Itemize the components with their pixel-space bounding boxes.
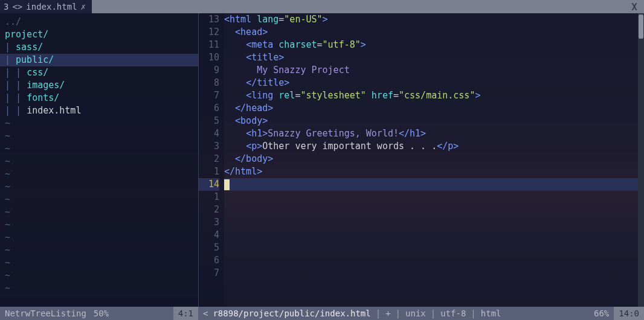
line-number: 3: [199, 216, 219, 229]
status-right: <r8898/project/public/index.html | + | u…: [198, 307, 644, 320]
main-split: ../project/| sass/| public/| | css/| | i…: [0, 13, 644, 307]
status-arrow-icon: <: [203, 309, 208, 318]
code-line[interactable]: </head>: [224, 102, 644, 115]
code-line[interactable]: <body>: [224, 115, 644, 127]
tab-active[interactable]: 3 <> index.html ✗: [0, 0, 92, 13]
line-number: 9: [199, 64, 219, 77]
tilde-line: ~: [5, 219, 198, 231]
status-sep: |: [431, 309, 436, 318]
tree-dir[interactable]: | | css/: [5, 66, 198, 79]
code-line[interactable]: <p>Other very important words . . .</p>: [224, 140, 644, 153]
file-tree[interactable]: ../project/| sass/| public/| | css/| | i…: [0, 13, 198, 307]
editor[interactable]: 13121110987654321141234567 <html lang="e…: [199, 13, 644, 307]
editor-pane[interactable]: 13121110987654321141234567 <html lang="e…: [198, 13, 644, 307]
code-line[interactable]: [224, 191, 644, 203]
tilde-line: ~: [5, 231, 198, 244]
line-number: 5: [199, 242, 219, 254]
status-sep: |: [396, 309, 401, 318]
tree-file[interactable]: | | index.html: [5, 104, 198, 117]
code-line[interactable]: [224, 203, 644, 216]
tab-close-button[interactable]: X: [625, 0, 644, 13]
code-line[interactable]: <ling rel="stylesheet" href="css/main.cs…: [224, 89, 644, 102]
code-line[interactable]: <head>: [224, 26, 644, 39]
tilde-line: ~: [5, 206, 198, 219]
code-line[interactable]: <title>: [224, 51, 644, 64]
status-fileformat: unix: [405, 309, 426, 318]
tilde-line: ~: [5, 257, 198, 269]
status-sep: |: [471, 309, 475, 318]
tree-dir[interactable]: | | fonts/: [5, 92, 198, 104]
tabbar-spacer: [92, 0, 625, 13]
scrollbar[interactable]: [638, 13, 644, 307]
status-right-pos: 14:0: [614, 307, 644, 320]
cursor: [224, 179, 230, 190]
tilde-line: ~: [5, 244, 198, 257]
code-line[interactable]: <html lang="en-US">: [224, 13, 644, 26]
status-modified-flag: +: [385, 309, 390, 318]
tab-index: 3: [4, 2, 8, 11]
scrollbar-thumb[interactable]: [639, 14, 643, 39]
line-number: 1: [199, 165, 219, 178]
line-number: 4: [199, 229, 219, 242]
code-line[interactable]: <meta charset="utf-8">: [224, 39, 644, 51]
line-number: 6: [199, 102, 219, 115]
code-line[interactable]: [224, 216, 644, 229]
line-number: 14: [199, 178, 219, 191]
tab-bar: 3 <> index.html ✗ X: [0, 0, 644, 13]
status-filetype: html: [481, 309, 501, 318]
line-number: 13: [199, 13, 219, 26]
tree-dir[interactable]: | sass/: [5, 41, 198, 54]
line-number: 5: [199, 115, 219, 127]
netrw-pane[interactable]: ../project/| sass/| public/| | css/| | i…: [0, 13, 198, 307]
status-left-percent: 50%: [94, 309, 109, 318]
tilde-line: ~: [5, 142, 198, 155]
status-left-name: NetrwTreeListing: [5, 309, 86, 318]
tree-dir[interactable]: | | images/: [5, 79, 198, 92]
code-line[interactable]: [224, 254, 644, 267]
line-number: 10: [199, 51, 219, 64]
tilde-line: ~: [5, 269, 198, 282]
line-number: 8: [199, 77, 219, 89]
tab-modified-icon: ✗: [81, 2, 86, 11]
code-line[interactable]: [224, 242, 644, 254]
line-number: 2: [199, 153, 219, 165]
status-sep: |: [376, 309, 381, 318]
line-number: 12: [199, 26, 219, 39]
code-area[interactable]: <html lang="en-US"> <head> <meta charset…: [224, 13, 644, 307]
tab-filename: index.html: [26, 2, 77, 11]
status-bar: NetrwTreeListing 50% 4:1 <r8898/project/…: [0, 307, 644, 320]
code-line[interactable]: </body>: [224, 153, 644, 165]
code-line[interactable]: [224, 267, 644, 280]
status-left-pos: 4:1: [173, 307, 198, 320]
code-line[interactable]: [224, 229, 644, 242]
line-gutter: 13121110987654321141234567: [199, 13, 224, 307]
line-number: 4: [199, 127, 219, 140]
code-line[interactable]: </html>: [224, 165, 644, 178]
line-number: 3: [199, 140, 219, 153]
tilde-line: ~: [5, 155, 198, 168]
line-number: 2: [199, 203, 219, 216]
code-line[interactable]: [224, 178, 644, 191]
tree-dir[interactable]: project/: [5, 28, 198, 41]
vim-window: 3 <> index.html ✗ X ../project/| sass/| …: [0, 0, 644, 320]
code-line[interactable]: <h1>Snazzy Greetings, World!</h1>: [224, 127, 644, 140]
close-icon: X: [631, 1, 637, 13]
code-line[interactable]: </title>: [224, 77, 644, 89]
line-number: 6: [199, 254, 219, 267]
status-encoding: utf-8: [440, 309, 466, 318]
tilde-line: ~: [5, 117, 198, 130]
status-file-path: r8898/project/public/index.html: [213, 309, 370, 318]
tilde-line: ~: [5, 181, 198, 193]
html-file-icon: <>: [12, 2, 22, 11]
tree-dir[interactable]: | public/: [0, 54, 198, 66]
line-number: 7: [199, 267, 219, 280]
status-right-percent: 66%: [594, 309, 609, 318]
code-line[interactable]: My Snazzy Project: [224, 64, 644, 77]
tilde-line: ~: [5, 168, 198, 181]
line-number: 7: [199, 89, 219, 102]
line-number: 1: [199, 191, 219, 203]
status-left: NetrwTreeListing 50% 4:1: [0, 307, 198, 320]
tilde-line: ~: [5, 193, 198, 206]
tree-dir[interactable]: ../: [5, 16, 198, 28]
line-number: 11: [199, 39, 219, 51]
